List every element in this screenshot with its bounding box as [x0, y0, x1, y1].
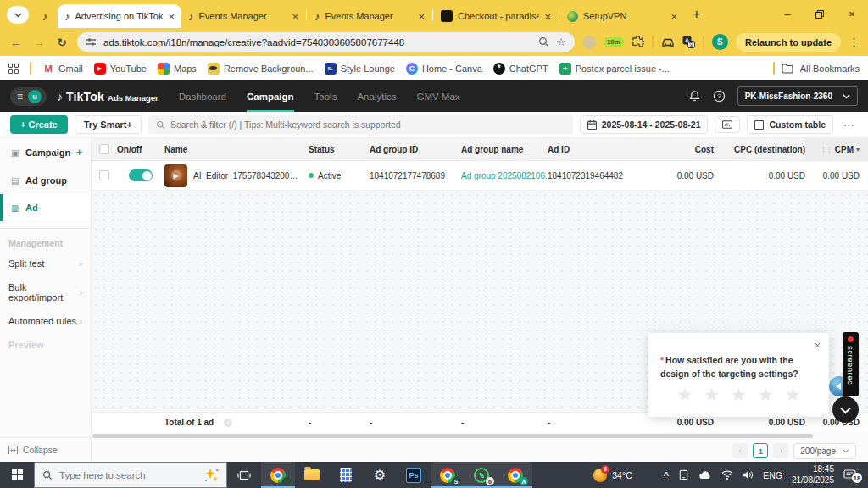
volume-icon[interactable] — [743, 470, 754, 480]
nav-campaign[interactable]: Campaign — [247, 80, 294, 112]
bell-icon[interactable] — [688, 90, 701, 103]
close-icon[interactable]: × — [292, 11, 298, 22]
try-smart-button[interactable]: Try Smart+ — [75, 115, 142, 134]
taskbar-search[interactable] — [34, 462, 227, 488]
all-bookmarks[interactable]: All Bookmarks — [773, 62, 860, 75]
page-size-select[interactable]: 200/page — [793, 443, 856, 459]
custom-table-button[interactable]: Custom table — [747, 115, 833, 134]
star-icon[interactable]: ★ — [785, 385, 801, 403]
sort-caret-icon[interactable]: ▾ — [856, 146, 860, 153]
col-ad-group-name[interactable]: Ad group name — [461, 145, 548, 154]
browser-menu-icon[interactable]: ⋮ — [849, 36, 860, 48]
bookmark-postex[interactable]: +Postex parcel issue -... — [559, 63, 670, 75]
close-icon[interactable]: × — [814, 339, 821, 352]
notification-center-button[interactable]: 18 — [843, 469, 860, 480]
prev-page-button[interactable]: ‹ — [732, 443, 748, 458]
sidebar-item-ad-group[interactable]: ▤ Ad group — [0, 167, 91, 194]
taskbar-clock[interactable]: 18:45 21/08/2025 — [792, 464, 834, 485]
minimize-button[interactable]: – — [771, 0, 804, 28]
ad-toggle-on[interactable] — [129, 169, 153, 181]
scroll-to-bottom-button[interactable] — [832, 396, 859, 423]
col-ad-group-id[interactable]: Ad group ID — [370, 145, 461, 154]
bookmark-canva[interactable]: CHome - Canva — [406, 63, 482, 75]
task-view-button[interactable] — [227, 462, 261, 488]
close-icon[interactable]: × — [670, 11, 677, 22]
relaunch-button[interactable]: Relaunch to update — [736, 33, 841, 52]
screenrec-tab[interactable]: screenrec — [843, 332, 859, 396]
date-range-picker[interactable]: 2025-08-14 - 2025-08-21 — [580, 115, 709, 134]
new-tab-button[interactable]: + — [693, 7, 700, 22]
tab-search-button[interactable] — [7, 6, 29, 24]
url-text[interactable]: ads.tiktok.com/i18n/manage/creative?aadv… — [103, 37, 531, 47]
site-settings-icon[interactable] — [86, 36, 97, 47]
taskbar-chrome-2[interactable]: S — [431, 462, 465, 488]
help-icon[interactable]: ? — [713, 90, 726, 103]
bookmark-style-lounge[interactable]: SLStyle Lounge — [325, 63, 395, 75]
zoom-icon[interactable] — [538, 36, 549, 47]
bookmark-chatgpt[interactable]: *ChatGPT — [493, 63, 548, 75]
wifi-icon[interactable] — [721, 470, 733, 480]
current-page[interactable]: 1 — [753, 443, 768, 458]
close-window-button[interactable]: × — [836, 0, 868, 28]
close-icon[interactable]: × — [418, 11, 425, 22]
sidebar-item-ad[interactable]: ▥ Ad — [0, 194, 91, 221]
col-cpc-destination[interactable]: CPC (destination) — [714, 145, 805, 154]
device-icon[interactable] — [678, 469, 689, 480]
search-input[interactable] — [170, 119, 565, 130]
back-button[interactable]: ← — [8, 36, 24, 49]
horizontal-scrollbar-thumb[interactable] — [92, 434, 813, 438]
next-page-button[interactable]: › — [773, 443, 788, 458]
user-avatar[interactable]: u — [28, 90, 42, 103]
sidebar-item-campaign[interactable]: ▣ Campaign + — [0, 138, 91, 167]
pinned-tab-tiktok[interactable]: ♪ — [32, 5, 58, 27]
extensions-puzzle-icon[interactable] — [632, 36, 644, 48]
tab-advertising-on-tiktok[interactable]: ♪ Advertising on TikTok | × — [58, 4, 181, 28]
app-menu-pill[interactable]: ≡ u — [10, 87, 47, 106]
col-status[interactable]: Status — [309, 145, 370, 154]
onedrive-cloud-icon[interactable] — [698, 470, 712, 480]
taskbar-settings[interactable]: ⚙ — [363, 462, 397, 488]
select-all-checkbox[interactable] — [99, 144, 109, 154]
tab-events-manager-2[interactable]: ♪ Events Manager × — [308, 4, 431, 28]
ad-video-thumbnail[interactable] — [164, 164, 187, 187]
reload-button[interactable]: ↻ — [54, 36, 70, 49]
nav-dashboard[interactable]: Dashboard — [179, 80, 226, 112]
restore-button[interactable] — [804, 0, 836, 28]
weather-widget[interactable]: 6 34°C — [593, 469, 632, 482]
tab-checkout[interactable]: Checkout - paradisecoll × — [434, 4, 558, 28]
forward-button[interactable]: → — [31, 36, 47, 49]
search-filter-box[interactable] — [148, 115, 573, 134]
bookmark-star-icon[interactable]: ☆ — [556, 36, 566, 48]
col-cost[interactable]: Cost — [648, 145, 714, 154]
more-options-icon[interactable]: ··· — [840, 119, 858, 131]
apps-grid-icon[interactable] — [8, 64, 19, 74]
hamburger-icon[interactable]: ≡ — [17, 92, 23, 102]
add-campaign-icon[interactable]: + — [76, 147, 82, 158]
star-icon[interactable]: ★ — [731, 385, 747, 403]
start-button[interactable] — [0, 462, 34, 488]
bookmark-maps[interactable]: Maps — [158, 63, 197, 75]
col-ad-id[interactable]: Ad ID — [548, 145, 648, 154]
taskbar-photoshop[interactable]: Ps — [397, 462, 431, 488]
nav-gmv-max[interactable]: GMV Max — [416, 80, 459, 112]
col-cpm[interactable]: ⋮⋮ CPM ▾ — [805, 138, 868, 160]
star-icon[interactable]: ★ — [676, 385, 693, 403]
col-name[interactable]: Name — [164, 145, 309, 154]
row-checkbox[interactable] — [99, 170, 109, 180]
taskbar-whatsapp[interactable]: 6 — [465, 462, 498, 488]
star-icon[interactable]: ★ — [758, 385, 774, 403]
car-extension-icon[interactable] — [661, 36, 675, 48]
report-button[interactable] — [715, 116, 740, 133]
bookmark-remove-background[interactable]: Remove Backgroun... — [208, 63, 314, 75]
language-indicator[interactable]: ENG — [763, 470, 782, 480]
bookmark-gmail[interactable]: MGmail — [42, 63, 83, 75]
close-icon[interactable]: × — [168, 11, 175, 22]
collapse-sidebar-button[interactable]: Collapse — [0, 437, 91, 462]
table-row[interactable]: AI_Editor_1755783432009_2025-08-21 18:..… — [92, 161, 868, 191]
col-onoff[interactable]: On/off — [117, 145, 164, 154]
ad-group-name-link[interactable]: Ad group 2025082106... — [461, 171, 548, 180]
account-selector[interactable]: PK-MissFashion-2360 — [737, 86, 858, 106]
sidebar-item-automated-rules[interactable]: Automated rules› — [0, 309, 91, 333]
translate-icon[interactable]: A文 — [682, 36, 695, 48]
create-button[interactable]: + Create — [10, 115, 68, 134]
